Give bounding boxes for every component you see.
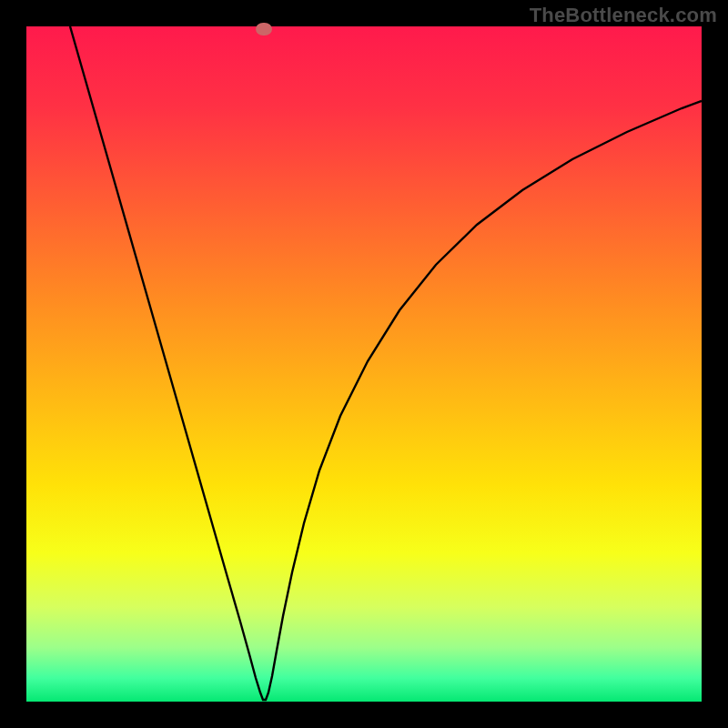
watermark-text: TheBottleneck.com [530, 4, 717, 27]
optimum-marker [256, 23, 272, 35]
plot-area [26, 26, 702, 702]
chart-stage: TheBottleneck.com [0, 0, 728, 728]
gradient-background [26, 26, 702, 702]
chart-svg [26, 26, 702, 702]
